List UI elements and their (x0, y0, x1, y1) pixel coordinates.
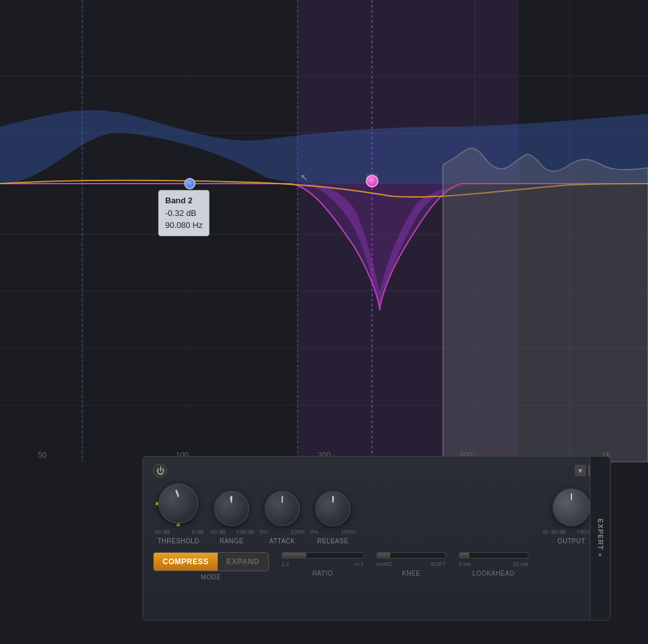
threshold-knob-wrapper[interactable] (156, 481, 201, 526)
expert-label: EXPERT » (597, 519, 604, 557)
ratio-range: 1:1 ∞:1 (282, 561, 364, 567)
freq-label-50: 50 (38, 451, 46, 460)
output-label: OUTPUT (558, 538, 585, 545)
eq-svg: ↖ (0, 0, 648, 462)
threshold-range: -90 dB 0 dB (153, 529, 204, 535)
attack-label: ATTACK (270, 538, 296, 545)
lookahead-label: LOOKAHEAD (472, 570, 514, 577)
release-label: RELEASE (317, 538, 349, 545)
knee-min: HARD (377, 561, 393, 567)
threshold-knob[interactable] (158, 483, 199, 524)
svg-rect-17 (297, 0, 519, 462)
lookahead-max: 20 ms (513, 561, 528, 567)
mode-label: MODE (201, 574, 221, 581)
eq-display[interactable]: ↖ Band 2 -0.32 dB 90.080 Hz 50 100 200 5… (0, 0, 648, 462)
ratio-label: RATIO (313, 570, 333, 577)
ratio-max: ∞:1 (355, 561, 364, 567)
expert-button[interactable]: EXPERT » (590, 457, 610, 620)
threshold-knob-indicator (175, 489, 179, 497)
lookahead-track[interactable] (459, 552, 528, 559)
svg-text:↖: ↖ (301, 172, 308, 182)
power-button[interactable]: ⏻ (153, 464, 167, 477)
band3-node[interactable] (366, 175, 378, 187)
release-min: 0% (310, 529, 318, 535)
threshold-label: THRESHOLD (158, 538, 199, 545)
panel-top-row: ⏻ ▼ ✕ (153, 464, 600, 477)
ratio-track[interactable] (282, 552, 364, 559)
range-group: -30 dB +30 dB RANGE (209, 491, 254, 545)
range-label: RANGE (220, 538, 244, 545)
knee-group: HARD SOFT KNEE (377, 552, 446, 577)
release-max: 100% (341, 529, 356, 535)
knee-track[interactable] (377, 552, 446, 559)
lookahead-thumb (459, 553, 470, 558)
ratio-group: 1:1 ∞:1 RATIO (282, 552, 364, 577)
output-min: M -30 dB (543, 529, 566, 535)
knee-label: KNEE (402, 570, 420, 577)
compress-button[interactable]: COMPRESS (154, 553, 218, 571)
band2-node[interactable] (184, 178, 196, 189)
bottom-row: COMPRESS EXPAND MODE 1:1 ∞:1 RATIO (153, 552, 600, 581)
attack-knob[interactable] (265, 491, 300, 526)
lookahead-min: 0 ms (459, 561, 471, 567)
output-knob-indicator (571, 494, 572, 500)
tooltip-title: Band 2 (165, 194, 202, 207)
tooltip-db: -0.32 dB (165, 207, 202, 220)
knee-max: SOFT (431, 561, 446, 567)
minimize-icon: ▼ (577, 467, 583, 474)
mode-buttons: COMPRESS EXPAND (153, 552, 269, 571)
knee-range: HARD SOFT (377, 561, 446, 567)
tooltip-hz: 90.080 Hz (165, 219, 202, 232)
ratio-thumb (282, 553, 306, 558)
release-range: 0% 100% (310, 529, 356, 535)
controls-row: -90 dB 0 dB THRESHOLD -30 dB +30 dB RANG… (153, 481, 600, 545)
release-knob-indicator (332, 496, 334, 503)
range-max: +30 dB (236, 529, 254, 535)
threshold-min: -90 dB (153, 529, 170, 535)
attack-max: 100% (290, 529, 305, 535)
attack-group: 0% 100% ATTACK (259, 491, 305, 545)
band2-tooltip: Band 2 -0.32 dB 90.080 Hz (158, 190, 209, 236)
ratio-min: 1:1 (282, 561, 290, 567)
release-group: 0% 100% RELEASE (310, 491, 356, 545)
expand-button[interactable]: EXPAND (218, 553, 268, 571)
svg-rect-0 (0, 0, 648, 462)
release-knob[interactable] (315, 491, 351, 526)
attack-range: 0% 100% (259, 529, 305, 535)
power-icon: ⏻ (156, 466, 165, 476)
lookahead-range: 0 ms 20 ms (459, 561, 528, 567)
threshold-max: 0 dB (192, 529, 204, 535)
main-container: ↖ Band 2 -0.32 dB 90.080 Hz 50 100 200 5… (0, 0, 648, 644)
knee-thumb (377, 553, 391, 558)
range-range: -30 dB +30 dB (209, 529, 254, 535)
dynamics-panel: ⏻ ▼ ✕ (142, 456, 611, 621)
range-knob[interactable] (214, 491, 249, 526)
minimize-button[interactable]: ▼ (575, 465, 586, 476)
attack-min: 0% (259, 529, 268, 535)
range-knob-indicator (230, 496, 232, 503)
lookahead-group: 0 ms 20 ms LOOKAHEAD (459, 552, 528, 577)
attack-knob-indicator (282, 496, 283, 503)
mode-section: COMPRESS EXPAND MODE (153, 552, 269, 581)
range-min: -30 dB (209, 529, 226, 535)
threshold-group: -90 dB 0 dB THRESHOLD (153, 481, 204, 545)
output-knob[interactable] (552, 488, 590, 526)
